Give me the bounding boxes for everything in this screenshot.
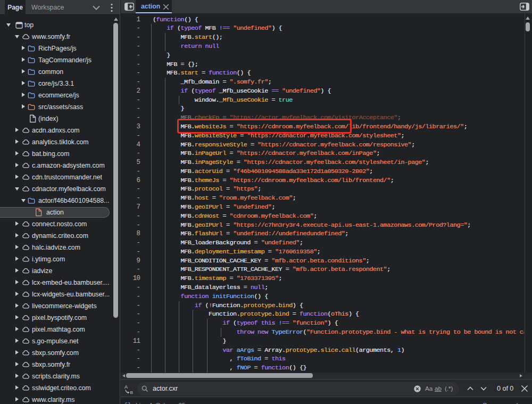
svg-text:B: B — [130, 390, 133, 394]
svg-text:A: A — [124, 384, 128, 390]
